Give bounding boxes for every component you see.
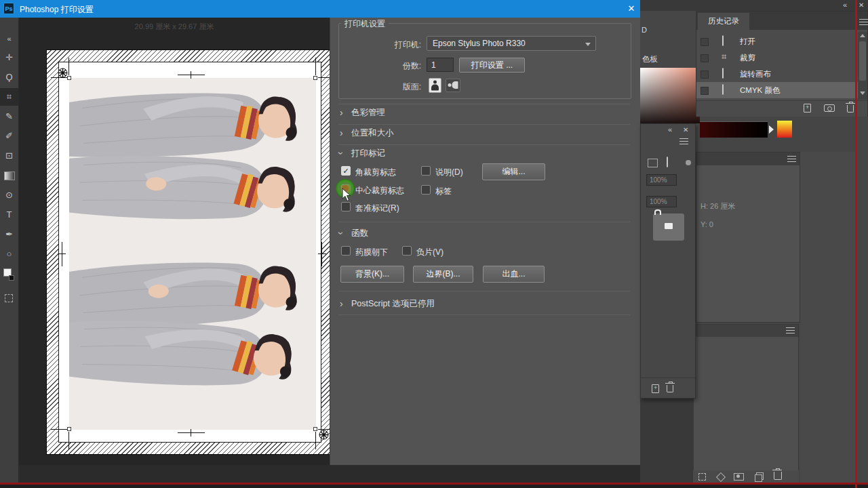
y-value-text: Y: 0	[701, 220, 713, 228]
popup-collapse-icon[interactable]: «	[668, 125, 672, 134]
preview-photo[interactable]	[69, 78, 316, 430]
gradient-tool[interactable]	[0, 167, 18, 184]
emulsion-down-checkbox[interactable]	[341, 246, 351, 256]
photoshop-print-dialog-screen: « ✕ D 色板 历史记录 打开 ⌗ 裁剪 旋转画布	[0, 0, 868, 488]
layout-portrait-button[interactable]	[429, 78, 441, 93]
section-functions[interactable]: 函数	[351, 228, 368, 239]
scroll-up-icon[interactable]	[860, 34, 865, 37]
history-source-checkbox[interactable]	[701, 54, 709, 62]
history-row-label: 旋转画布	[740, 69, 771, 79]
chevron-right-icon[interactable]: ›	[340, 108, 343, 117]
scroll-down-icon[interactable]	[860, 92, 865, 95]
crop-mark	[315, 432, 316, 449]
popup-new-icon[interactable]	[652, 384, 659, 393]
clone-stamp-tool[interactable]: ⊡	[0, 147, 18, 165]
layer-style-icon[interactable]	[716, 472, 726, 482]
history-row-cmyk-color[interactable]: CMYK 颜色	[696, 82, 867, 98]
swatches-tab[interactable]: 色板	[642, 54, 658, 64]
color-spectrum-swatch[interactable]	[777, 121, 792, 138]
properties-panel-header	[696, 152, 800, 165]
move-tool[interactable]: ✛	[0, 49, 18, 66]
pen-tool[interactable]: ✒	[0, 226, 18, 243]
layout-landscape-button[interactable]	[446, 79, 460, 92]
delete-layer-icon[interactable]	[774, 472, 782, 480]
shape-tool[interactable]: ○	[0, 245, 18, 263]
section-postscript[interactable]: PostScript 选项已停用	[351, 298, 435, 310]
crop-mark	[68, 58, 69, 75]
brush-icon: ✐	[5, 131, 13, 141]
transform-popup-panel: « ✕ 100% 100%	[640, 123, 696, 399]
history-bottom-bar	[696, 100, 867, 117]
image-corner-handle[interactable]	[67, 76, 71, 80]
section-position-size[interactable]: 位置和大小	[351, 127, 394, 139]
brush-tool[interactable]: ✐	[0, 127, 18, 145]
pen-icon: ✒	[5, 229, 13, 239]
lock-button[interactable]	[653, 214, 684, 241]
negative-checkbox[interactable]	[402, 246, 412, 256]
hand-tool[interactable]: ⊙	[0, 186, 18, 204]
section-separator	[338, 291, 630, 291]
selection-mode-icon[interactable]	[5, 294, 13, 302]
layout-label: 版面:	[353, 81, 421, 93]
popup-close-icon[interactable]: ✕	[683, 126, 688, 134]
history-source-checkbox[interactable]	[701, 70, 709, 79]
scrollbar-thumb[interactable]	[859, 41, 866, 81]
history-row-rotate-canvas[interactable]: 旋转画布	[696, 66, 867, 82]
corner-crop-checkbox[interactable]: ✓	[341, 166, 351, 176]
paper-page	[46, 49, 334, 455]
page-icon[interactable]	[667, 157, 668, 167]
image-corner-handle[interactable]	[67, 427, 71, 431]
popup-delete-icon[interactable]	[667, 385, 673, 392]
eyedropper-tool[interactable]: ✎	[0, 108, 18, 125]
tag-checkbox[interactable]	[421, 185, 431, 195]
section-print-marks[interactable]: 打印标记	[351, 148, 385, 159]
background-color-swatch[interactable]	[9, 275, 14, 281]
layer-mask-icon[interactable]	[698, 473, 706, 481]
negative-label: 负片(V)	[416, 247, 443, 258]
chevron-down-icon[interactable]: ›	[337, 152, 345, 155]
color-picker-gradient[interactable]	[640, 68, 700, 123]
layer-group-icon[interactable]	[734, 473, 744, 481]
tab-history[interactable]: 历史记录	[698, 13, 749, 30]
toolbar-collapse-icon[interactable]: «	[0, 30, 18, 47]
new-document-from-state-icon[interactable]	[804, 104, 811, 113]
copies-input[interactable]	[427, 58, 454, 72]
chevron-down-icon[interactable]: ›	[337, 232, 345, 235]
section-color-management[interactable]: 色彩管理	[351, 107, 385, 119]
dock-collapse-icon[interactable]: «	[843, 1, 847, 9]
description-checkbox[interactable]	[421, 166, 431, 176]
properties-panel-menu-icon[interactable]	[787, 156, 796, 162]
background-button[interactable]: 背景(K)...	[340, 266, 404, 283]
edit-description-button[interactable]: 编辑...	[482, 163, 545, 180]
chevron-right-icon[interactable]: ›	[340, 129, 343, 137]
lasso-tool[interactable]: Ϙ	[0, 68, 18, 86]
history-panel-menu-icon[interactable]	[859, 19, 868, 25]
dialog-close-button[interactable]: ✕	[623, 2, 640, 16]
color-ramp-strip[interactable]	[700, 121, 768, 138]
lower-panel-menu-icon[interactable]	[786, 327, 795, 333]
type-tool[interactable]: T	[0, 206, 18, 224]
bleed-button[interactable]: 出血...	[483, 266, 545, 283]
history-row-open[interactable]: 打开	[696, 33, 867, 49]
history-scrollbar[interactable]	[858, 32, 867, 100]
dock-close-icon[interactable]: ✕	[859, 1, 864, 9]
print-settings-button[interactable]: 打印设置 ...	[459, 58, 525, 73]
popup-menu-icon[interactable]	[679, 138, 688, 144]
dialog-titlebar[interactable]: Ps Photoshop 打印设置 ✕	[0, 0, 640, 18]
image-corner-handle[interactable]	[313, 427, 317, 431]
border-button[interactable]: 边界(B)...	[413, 266, 473, 283]
transform-bounds-icon[interactable]	[648, 159, 658, 167]
chevron-right-icon[interactable]: ›	[340, 300, 343, 308]
new-layer-icon[interactable]	[756, 472, 764, 480]
history-row-crop[interactable]: ⌗ 裁剪	[696, 49, 867, 66]
description-label: 说明(D)	[435, 167, 463, 178]
new-snapshot-icon[interactable]	[824, 104, 835, 112]
crop-tool[interactable]: ⌗	[0, 88, 18, 106]
scale-x-field[interactable]: 100%	[646, 174, 677, 186]
history-source-checkbox[interactable]	[701, 38, 709, 46]
image-corner-handle[interactable]	[313, 76, 317, 80]
history-source-checkbox[interactable]	[701, 87, 709, 95]
delete-state-icon[interactable]	[847, 105, 854, 113]
scale-y-field[interactable]: 100%	[646, 196, 677, 207]
printer-select[interactable]: Epson Stylus Photo R330	[427, 36, 596, 51]
